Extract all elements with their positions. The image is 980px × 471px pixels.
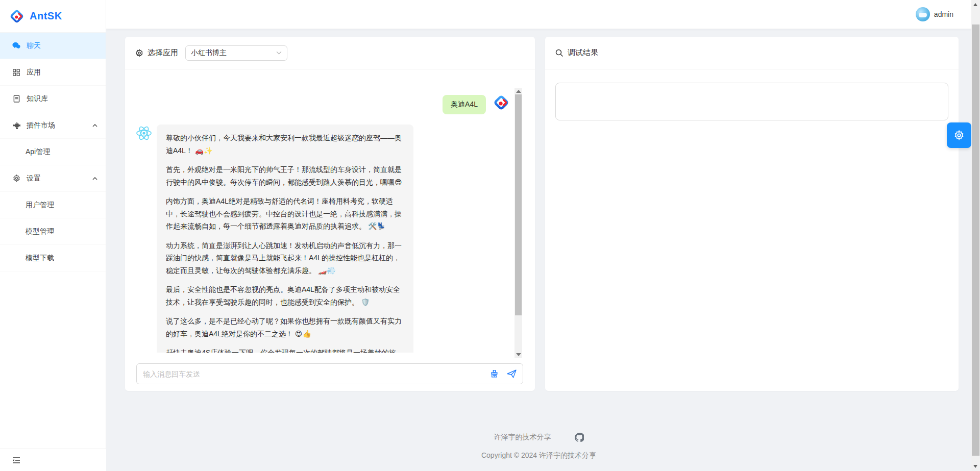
sidebar-item-model-management[interactable]: 模型管理 <box>0 218 106 245</box>
sidebar-item-label: 知识库 <box>27 94 97 104</box>
page-scroll-up-arrow[interactable] <box>973 3 977 6</box>
sidebar-item-knowledge[interactable]: 知识库 <box>0 86 106 112</box>
chat-input-bar <box>136 363 523 384</box>
page: admin AntSK <box>0 0 980 471</box>
github-icon[interactable] <box>575 433 584 442</box>
sidebar-item-label: 设置 <box>27 174 86 183</box>
assistant-paragraph: 动力系统，简直是澎湃到让人心跳加速！发动机启动的声音低沉有力，那一踩油门的快感，… <box>166 239 404 277</box>
user-avatar[interactable] <box>916 7 930 21</box>
footer-copyright: Copyright © 2024 许泽宇的技术分享 <box>106 451 971 460</box>
debug-output-box[interactable] <box>555 83 948 120</box>
debug-panel: 调试结果 <box>545 37 959 391</box>
top-header: admin <box>106 0 980 29</box>
assistant-message-row: 尊敬的小伙伴们，今天我要来和大家安利一款我最近超级迷恋的座驾——奥迪A4L！ 🚗… <box>135 125 514 353</box>
user-menu[interactable]: admin <box>916 7 953 21</box>
sidebar-item-plugin-market[interactable]: 插件市场 <box>0 112 106 139</box>
apps-icon <box>12 68 20 77</box>
plugin-icon <box>12 121 20 130</box>
user-message-row: 奥迪A4L <box>135 92 514 114</box>
assistant-message-bubble: 尊敬的小伙伴们，今天我要来和大家安利一款我最近超级迷恋的座驾——奥迪A4L！ 🚗… <box>157 125 413 353</box>
scrollbar-thumb[interactable] <box>515 94 522 315</box>
sidebar-item-apps[interactable]: 应用 <box>0 59 106 86</box>
message-list[interactable]: 奥迪A4L <box>135 70 514 353</box>
app-select[interactable]: 小红书博主 <box>185 45 287 61</box>
sidebar-item-chat[interactable]: 聊天 <box>0 33 106 59</box>
clear-chat-icon[interactable] <box>489 369 499 379</box>
sidebar-item-model-download[interactable]: 模型下载 <box>0 245 106 271</box>
assistant-paragraph: 赶快去奥迪4S店体验一下吧，你会发现每一次的驾驶都将是一场美妙的旅程！ 🚗💨 <box>166 346 404 353</box>
sidebar-item-label: 插件市场 <box>27 121 86 130</box>
sidebar: AntSK 聊天 <box>0 0 106 471</box>
footer-links: 许泽宇的技术分享 <box>106 433 971 442</box>
assistant-avatar-icon <box>135 125 153 142</box>
sidebar-nav: 聊天 应用 知识库 <box>0 33 106 271</box>
debug-title: 调试结果 <box>568 48 598 58</box>
debug-panel-header: 调试结果 <box>545 37 959 69</box>
floating-settings-button[interactable] <box>947 122 971 148</box>
sidebar-item-label: 模型下载 <box>26 254 97 263</box>
scroll-up-arrow[interactable] <box>516 90 521 93</box>
book-icon <box>12 95 20 103</box>
assistant-paragraph: 说了这么多，是不是已经心动了呢？如果你也想拥有一款既有颜值又有实力的好车，奥迪A… <box>166 315 404 340</box>
sidebar-collapse-button[interactable] <box>0 449 106 471</box>
assistant-paragraph: 首先，外观绝对是一米阳光下的帅气王子！那流线型的车身设计，简直就是行驶中的风中俊… <box>166 163 404 188</box>
gear-icon <box>135 49 143 57</box>
sidebar-item-user-management[interactable]: 用户管理 <box>0 192 106 218</box>
page-scrollbar[interactable] <box>971 0 980 471</box>
chevron-down-icon <box>276 51 282 55</box>
search-icon <box>555 49 564 57</box>
assistant-paragraph: 最后，安全性能也是不容忽视的亮点。奥迪A4L配备了多项主动和被动安全技术，让我在… <box>166 283 404 308</box>
sidebar-item-label: Api管理 <box>26 147 97 157</box>
antsk-logo-icon <box>9 9 24 24</box>
assistant-paragraph: 内饰方面，奥迪A4L绝对是精致与舒适的代名词！座椅用料考究，软硬适中，长途驾驶也… <box>166 195 404 233</box>
footer-site-name[interactable]: 许泽宇的技术分享 <box>494 433 551 442</box>
gear-icon <box>12 175 20 183</box>
assistant-paragraph: 尊敬的小伙伴们，今天我要来和大家安利一款我最近超级迷恋的座驾——奥迪A4L！ 🚗… <box>166 132 404 157</box>
scroll-down-arrow[interactable] <box>516 353 521 356</box>
message-list-scrollbar[interactable] <box>514 88 522 358</box>
page-scroll-down-arrow[interactable] <box>973 465 977 468</box>
user-message-bubble: 奥迪A4L <box>443 95 486 114</box>
page-scrollbar-thumb[interactable] <box>972 24 979 456</box>
select-app-label: 选择应用 <box>148 48 178 58</box>
user-avatar-logo <box>491 92 511 113</box>
sidebar-item-label: 用户管理 <box>26 201 97 210</box>
sidebar-item-label: 模型管理 <box>26 227 97 236</box>
chevron-up-icon <box>92 124 97 127</box>
sidebar-item-settings[interactable]: 设置 <box>0 165 106 192</box>
chevron-up-icon <box>92 177 97 180</box>
chat-panel: 选择应用 小红书博主 奥迪A4L <box>125 37 535 391</box>
app-select-value: 小红书博主 <box>191 48 227 58</box>
menu-fold-icon <box>12 457 20 464</box>
sidebar-item-label: 聊天 <box>27 41 97 51</box>
chat-panel-header: 选择应用 小红书博主 <box>125 37 535 69</box>
username-label: admin <box>934 10 953 18</box>
gear-icon <box>954 130 964 140</box>
chat-icon <box>12 42 20 50</box>
app-title: AntSK <box>30 10 62 22</box>
app-logo[interactable]: AntSK <box>0 0 106 33</box>
sidebar-item-api-management[interactable]: Api管理 <box>0 139 106 165</box>
send-icon[interactable] <box>506 369 517 379</box>
sidebar-item-label: 应用 <box>27 68 97 77</box>
message-input[interactable] <box>143 370 482 378</box>
